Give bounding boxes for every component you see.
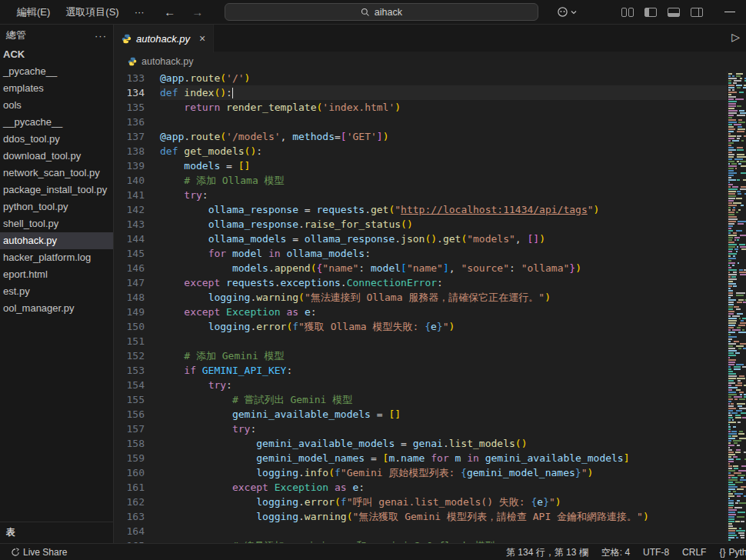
menu-selection[interactable]: 選取項目(S) bbox=[59, 3, 125, 22]
code-line[interactable]: # 嘗試列出 Gemini 模型 bbox=[160, 392, 727, 407]
sidebar-item-pycache[interactable]: __pycache__ bbox=[0, 114, 113, 131]
line-number[interactable]: 135 bbox=[114, 100, 145, 115]
cursor-position[interactable]: 第 134 行，第 13 欄 bbox=[506, 546, 588, 559]
sidebar-item-network-scan-tool-py[interactable]: network_scan_tool.py bbox=[0, 165, 113, 182]
code-line[interactable]: except requests.exceptions.ConnectionErr… bbox=[160, 275, 727, 290]
line-number[interactable]: 141 bbox=[114, 188, 145, 202]
line-number[interactable]: 139 bbox=[114, 158, 145, 173]
nav-back-icon[interactable]: ← bbox=[162, 5, 178, 18]
line-number[interactable]: 163 bbox=[114, 509, 145, 524]
sidebar-item-package-install-tool-py[interactable]: package_install_tool.py bbox=[0, 182, 113, 198]
indentation-setting[interactable]: 空格: 4 bbox=[601, 546, 630, 559]
line-number[interactable]: 153 bbox=[114, 363, 145, 378]
copilot-menu[interactable] bbox=[557, 6, 577, 18]
line-number[interactable]: 158 bbox=[114, 436, 145, 451]
sidebar-item-pycache[interactable]: _pycache__ bbox=[0, 63, 113, 80]
code-line[interactable]: try: bbox=[160, 378, 727, 392]
code-line[interactable]: logging.error(f"呼叫 genai.list_models() 失… bbox=[160, 495, 727, 509]
line-number[interactable]: 136 bbox=[114, 115, 145, 129]
line-number[interactable]: 148 bbox=[114, 290, 145, 305]
code-line[interactable]: models.append({"name": model["name"], "s… bbox=[160, 261, 727, 275]
code-line[interactable]: logging.error(f"獲取 Ollama 模型失敗: {e}") bbox=[160, 319, 727, 334]
line-number[interactable]: 134 bbox=[114, 85, 145, 100]
code-line[interactable]: try: bbox=[160, 188, 727, 202]
code-line[interactable]: ollama_response = requests.get("http://l… bbox=[160, 202, 727, 217]
encoding-setting[interactable]: UTF-8 bbox=[643, 547, 669, 558]
menu-overflow-icon[interactable]: ··· bbox=[128, 4, 151, 20]
toggle-sidebar-left-icon[interactable] bbox=[644, 8, 657, 17]
toggle-sidebar-right-icon[interactable] bbox=[691, 8, 703, 17]
project-root[interactable]: ACK bbox=[0, 46, 113, 63]
code-line[interactable]: # 添加 Gemini 模型 bbox=[160, 348, 727, 363]
line-number[interactable]: 151 bbox=[114, 334, 145, 348]
code-line[interactable]: ollama_models = ollama_response.json().g… bbox=[160, 232, 727, 246]
toggle-panel-icon[interactable] bbox=[668, 8, 680, 17]
menu-edit[interactable]: 編輯(E) bbox=[11, 3, 56, 22]
code-line[interactable]: models = [] bbox=[160, 158, 727, 173]
line-number[interactable]: 157 bbox=[114, 422, 145, 436]
code-line[interactable]: def index(): bbox=[160, 85, 727, 100]
code-line[interactable]: gemini_available_models = genai.list_mod… bbox=[160, 436, 727, 451]
search-box[interactable]: aihack bbox=[225, 3, 538, 21]
code-line[interactable]: logging.info(f"Gemini 原始模型列表: {gemini_mo… bbox=[160, 465, 727, 480]
sidebar-item-download-tool-py[interactable]: download_tool.py bbox=[0, 148, 113, 165]
line-number[interactable]: 144 bbox=[114, 232, 145, 246]
code-line[interactable]: @app.route('/') bbox=[160, 71, 727, 85]
tab-autohack-py[interactable]: autohack.py × bbox=[114, 25, 214, 52]
code-area[interactable]: @app.route('/')def index(): return rende… bbox=[158, 71, 727, 543]
split-editor-icon[interactable] bbox=[621, 8, 634, 17]
window-minimize-button[interactable] bbox=[724, 12, 735, 13]
line-number[interactable]: 156 bbox=[114, 407, 145, 422]
code-line[interactable]: for model in ollama_models: bbox=[160, 246, 727, 261]
sidebar-item-autohack-py[interactable]: autohack.py bbox=[0, 232, 113, 249]
minimap[interactable] bbox=[727, 71, 746, 543]
run-file-icon[interactable]: ▷ bbox=[731, 31, 740, 43]
code-line[interactable]: gemini_model_names = [m.name for m in ge… bbox=[160, 451, 727, 465]
line-number[interactable]: 147 bbox=[114, 275, 145, 290]
sidebar-item-est-py[interactable]: est.py bbox=[0, 283, 113, 300]
line-number[interactable]: 143 bbox=[114, 217, 145, 232]
line-number[interactable]: 149 bbox=[114, 305, 145, 319]
line-number[interactable]: 138 bbox=[114, 144, 145, 158]
sidebar-item-hacker-platform-log[interactable]: hacker_platform.log bbox=[0, 249, 113, 266]
line-number[interactable]: 140 bbox=[114, 173, 145, 188]
code-line[interactable] bbox=[160, 524, 727, 538]
line-number[interactable]: 161 bbox=[114, 480, 145, 495]
line-number[interactable]: 159 bbox=[114, 451, 145, 465]
code-line[interactable]: except Exception as e: bbox=[160, 480, 727, 495]
sidebar-item-ddos-tool-py[interactable]: ddos_tool.py bbox=[0, 131, 113, 148]
code-line[interactable]: logging.warning("無法連接到 Ollama 服務器，請確保它正在… bbox=[160, 290, 727, 305]
code-line[interactable]: except Exception as e: bbox=[160, 305, 727, 319]
line-number[interactable]: 133 bbox=[114, 71, 145, 85]
code-line[interactable] bbox=[160, 334, 727, 348]
explorer-more-icon[interactable]: ··· bbox=[95, 30, 107, 42]
nav-forward-icon[interactable]: → bbox=[189, 5, 206, 18]
line-number[interactable]: 137 bbox=[114, 129, 145, 144]
eol-setting[interactable]: CRLF bbox=[682, 547, 706, 558]
line-number[interactable]: 154 bbox=[114, 378, 145, 392]
line-number[interactable]: 162 bbox=[114, 495, 145, 509]
language-mode[interactable]: {} Python bbox=[719, 547, 746, 558]
code-line[interactable]: @app.route('/models', methods=['GET']) bbox=[160, 129, 727, 144]
tab-close-icon[interactable]: × bbox=[199, 32, 205, 45]
line-number[interactable]: 146 bbox=[114, 261, 145, 275]
live-share-button[interactable]: Live Share bbox=[11, 547, 67, 558]
code-line[interactable] bbox=[160, 115, 727, 129]
breadcrumb[interactable]: autohack.py bbox=[114, 52, 746, 71]
sidebar-item-shell-tool-py[interactable]: shell_tool.py bbox=[0, 215, 113, 232]
line-number[interactable]: 145 bbox=[114, 246, 145, 261]
sidebar-item-ool-manager-py[interactable]: ool_manager.py bbox=[0, 300, 113, 317]
sidebar-item-ools[interactable]: ools bbox=[0, 97, 113, 114]
code-line[interactable]: ollama_response.raise_for_status() bbox=[160, 217, 727, 232]
breadcrumb-file[interactable]: autohack.py bbox=[142, 56, 193, 67]
sidebar-item-emplates[interactable]: emplates bbox=[0, 80, 113, 97]
line-number[interactable]: 152 bbox=[114, 348, 145, 363]
code-line[interactable]: return render_template('index.html') bbox=[160, 100, 727, 115]
code-line[interactable]: if GEMINI_API_KEY: bbox=[160, 363, 727, 378]
line-number[interactable]: 142 bbox=[114, 202, 145, 217]
line-number[interactable]: 155 bbox=[114, 392, 145, 407]
code-line[interactable]: # 添加 Ollama 模型 bbox=[160, 173, 727, 188]
sidebar-section-timeline[interactable]: 表 bbox=[0, 522, 113, 543]
code-line[interactable]: logging.warning("無法獲取 Gemini 模型列表，請檢查 AP… bbox=[160, 509, 727, 524]
code-line[interactable]: def get_models(): bbox=[160, 144, 727, 158]
